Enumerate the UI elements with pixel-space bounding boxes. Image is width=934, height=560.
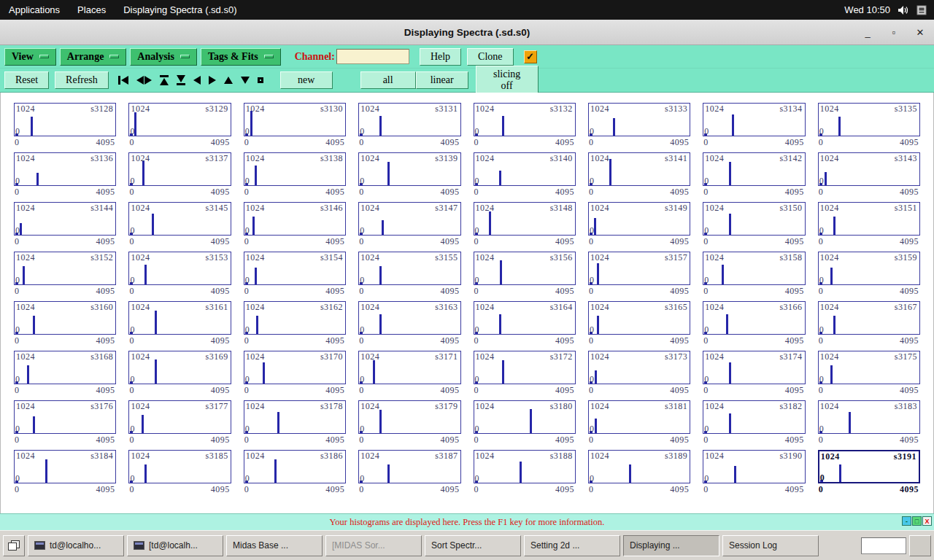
active-window-indicator[interactable]: Displaying Spectra (.sd.s0) bbox=[115, 0, 245, 20]
taskbar-item[interactable]: Displaying ... bbox=[623, 535, 719, 556]
taskbar-item[interactable]: [td@localh... bbox=[127, 535, 223, 556]
clone-button[interactable]: Clone bbox=[467, 48, 513, 66]
status-maximize-icon[interactable]: □ bbox=[912, 516, 922, 526]
tray-applet-icon[interactable] bbox=[916, 5, 927, 15]
spectrum-plot[interactable]: 1024s31330 bbox=[588, 103, 690, 136]
all-button[interactable]: all bbox=[360, 71, 416, 89]
spectrum-plot[interactable]: 1024s31500 bbox=[703, 202, 805, 236]
spectrum-plot[interactable]: 1024s31380 bbox=[244, 152, 346, 186]
spectrum-plot[interactable]: 1024s31430 bbox=[818, 152, 920, 186]
spectrum-plot[interactable]: 1024s31860 bbox=[244, 450, 346, 483]
spectrum-plot[interactable]: 1024s31780 bbox=[244, 400, 346, 434]
right-icon[interactable] bbox=[208, 75, 217, 85]
spectrum-plot[interactable]: 1024s31490 bbox=[588, 202, 690, 236]
spectrum-plot[interactable]: 1024s31760 bbox=[14, 400, 116, 434]
spectrum-plot[interactable]: 1024s31580 bbox=[703, 252, 805, 285]
taskbar-item[interactable]: Midas Base ... bbox=[226, 535, 323, 556]
spectrum-plot[interactable]: 1024s31880 bbox=[474, 450, 576, 483]
menu-analysis[interactable]: Analysis bbox=[130, 48, 197, 66]
spectrum-plot[interactable]: 1024s31320 bbox=[474, 103, 576, 136]
spectrum-plot[interactable]: 1024s31630 bbox=[358, 301, 460, 335]
spectrum-plot[interactable]: 1024s31570 bbox=[588, 252, 690, 285]
spectrum-plot[interactable]: 1024s31910 bbox=[818, 450, 920, 483]
window-titlebar[interactable]: Displaying Spectra (.sd.s0) _ ▫ ✕ bbox=[0, 20, 934, 45]
slicing-button[interactable]: slicing off bbox=[476, 66, 539, 95]
spectrum-plot[interactable]: 1024s31790 bbox=[358, 400, 460, 434]
taskbar-handle[interactable] bbox=[909, 535, 931, 556]
clock[interactable]: Wed 10:50 bbox=[844, 4, 890, 15]
spectrum-plot[interactable]: 1024s31660 bbox=[703, 301, 805, 335]
spectrum-plot[interactable]: 1024s31520 bbox=[14, 252, 116, 285]
spectrum-plot[interactable]: 1024s31840 bbox=[14, 450, 116, 483]
down-icon[interactable] bbox=[240, 76, 250, 85]
spectrum-plot[interactable]: 1024s31420 bbox=[703, 152, 805, 186]
spectrum-plot[interactable]: 1024s31310 bbox=[358, 103, 460, 136]
linear-button[interactable]: linear bbox=[416, 71, 468, 89]
spectrum-plot[interactable]: 1024s31650 bbox=[588, 301, 690, 335]
spectrum-plot[interactable]: 1024s31370 bbox=[128, 152, 231, 186]
spectrum-plot[interactable]: 1024s31450 bbox=[128, 202, 231, 236]
toolbar-checkbox[interactable]: ✓ bbox=[524, 50, 537, 63]
left-icon[interactable] bbox=[193, 75, 201, 85]
spectrum-plot[interactable]: 1024s31550 bbox=[358, 252, 460, 285]
to-top-icon[interactable] bbox=[159, 74, 169, 86]
spectrum-plot[interactable]: 1024s31340 bbox=[703, 103, 805, 136]
status-minimize-icon[interactable]: - bbox=[902, 516, 911, 526]
taskbar-item[interactable]: Session Log bbox=[722, 535, 819, 556]
expand-icon[interactable] bbox=[136, 75, 153, 85]
spectrum-plot[interactable]: 1024s31480 bbox=[474, 202, 576, 236]
applications-menu[interactable]: Applications bbox=[0, 0, 69, 20]
spectrum-plot[interactable]: 1024s31610 bbox=[128, 301, 231, 335]
spectrum-plot[interactable]: 1024s31900 bbox=[703, 450, 805, 483]
spectrum-plot[interactable]: 1024s31350 bbox=[818, 103, 920, 136]
help-button[interactable]: Help bbox=[420, 48, 461, 66]
menu-arrange[interactable]: Arrange bbox=[60, 48, 127, 66]
spectrum-plot[interactable]: 1024s31740 bbox=[703, 351, 805, 384]
first-icon[interactable] bbox=[117, 75, 129, 85]
close-icon[interactable]: ✕ bbox=[912, 24, 928, 40]
spectrum-plot[interactable]: 1024s31670 bbox=[818, 301, 920, 335]
spectrum-plot[interactable]: 1024s31410 bbox=[588, 152, 690, 186]
spectrum-plot[interactable]: 1024s31750 bbox=[818, 351, 920, 384]
spectrum-plot[interactable]: 1024s31540 bbox=[244, 252, 346, 285]
minimize-icon[interactable]: _ bbox=[860, 24, 876, 40]
refresh-button[interactable]: Refresh bbox=[55, 71, 109, 89]
spectrum-plot[interactable]: 1024s31620 bbox=[244, 301, 346, 335]
reset-button[interactable]: Reset bbox=[4, 71, 49, 89]
spectrum-plot[interactable]: 1024s31700 bbox=[244, 351, 346, 384]
speaker-icon[interactable] bbox=[898, 5, 909, 15]
spectrum-plot[interactable]: 1024s31530 bbox=[128, 252, 231, 285]
spectrum-plot[interactable]: 1024s31470 bbox=[358, 202, 460, 236]
spectrum-plot[interactable]: 1024s31800 bbox=[474, 400, 576, 434]
channel-input[interactable] bbox=[336, 49, 409, 64]
maximize-icon[interactable]: ▫ bbox=[886, 24, 902, 40]
spectrum-plot[interactable]: 1024s31690 bbox=[128, 351, 231, 384]
menu-view[interactable]: View bbox=[4, 48, 56, 66]
taskbar-item[interactable]: [MIDAS Sor... bbox=[325, 535, 422, 556]
spectrum-plot[interactable]: 1024s31850 bbox=[128, 450, 231, 483]
spectrum-plot[interactable]: 1024s31720 bbox=[474, 351, 576, 384]
workspace-pager[interactable] bbox=[861, 537, 906, 554]
spectrum-plot[interactable]: 1024s31360 bbox=[14, 152, 116, 186]
spectrum-plot[interactable]: 1024s31730 bbox=[588, 351, 690, 384]
taskbar-item[interactable]: Setting 2d ... bbox=[524, 535, 620, 556]
spectrum-plot[interactable]: 1024s31810 bbox=[588, 400, 690, 434]
spectrum-plot[interactable]: 1024s31770 bbox=[128, 400, 231, 434]
spectrum-plot[interactable]: 1024s31440 bbox=[14, 202, 116, 236]
new-button[interactable]: new bbox=[280, 71, 333, 89]
status-close-icon[interactable]: X bbox=[922, 516, 932, 526]
spectrum-plot[interactable]: 1024s31710 bbox=[358, 351, 460, 384]
spectrum-plot[interactable]: 1024s31510 bbox=[818, 202, 920, 236]
spectrum-plot[interactable]: 1024s31890 bbox=[588, 450, 690, 483]
spectrum-plot[interactable]: 1024s31300 bbox=[244, 103, 346, 136]
spectrum-plot[interactable]: 1024s31820 bbox=[703, 400, 805, 434]
up-icon[interactable] bbox=[223, 76, 234, 85]
stop-icon[interactable] bbox=[257, 77, 264, 84]
spectrum-plot[interactable]: 1024s31390 bbox=[358, 152, 460, 186]
taskbar-item[interactable]: td@localho... bbox=[28, 535, 124, 556]
to-bottom-icon[interactable] bbox=[176, 74, 186, 86]
spectrum-plot[interactable]: 1024s31640 bbox=[474, 301, 576, 335]
spectrum-plot[interactable]: 1024s31590 bbox=[818, 252, 920, 285]
restore-windows-button[interactable] bbox=[3, 535, 25, 556]
spectrum-plot[interactable]: 1024s31830 bbox=[818, 400, 920, 434]
